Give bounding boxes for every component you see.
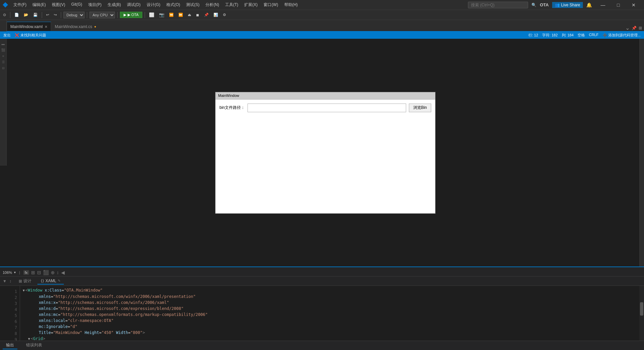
menu-build[interactable]: 生成(B): [105, 1, 124, 8]
design-tab-design[interactable]: ⊞ 设计: [15, 278, 35, 285]
tb-undo[interactable]: ↩: [44, 12, 51, 18]
code-line-1: ▼<Window x:Class="OTA.MainWindow": [23, 287, 637, 294]
activity-item3[interactable]: ≡: [1, 53, 6, 59]
zoom-dropdown-icon[interactable]: ▾: [14, 271, 16, 274]
window-controls: — □ ✕: [595, 0, 641, 10]
code-line-6: xmlns:local="clr-namespace:OTA": [23, 318, 637, 324]
status-errors[interactable]: ❌ 未找到相关问题: [15, 33, 46, 38]
tb-sep2: [42, 12, 42, 18]
zoom-expand-icon[interactable]: ↕: [57, 270, 59, 275]
maximize-button[interactable]: □: [611, 0, 626, 10]
tb-icon4[interactable]: ⏩: [177, 12, 185, 18]
tb-open[interactable]: 📂: [22, 12, 30, 18]
menu-design[interactable]: 设计(G): [144, 1, 163, 8]
zoom-grid3-icon[interactable]: ⬛: [43, 270, 49, 275]
tb-icon3[interactable]: ⏪: [167, 12, 175, 18]
gutter-content: 1 2 3 4 5 6 7 8 9 10 11 12 13 14: [0, 287, 17, 341]
tb-icon7[interactable]: 📌: [202, 12, 210, 18]
status-encoding: CRLF: [589, 33, 599, 38]
title-search-input[interactable]: [468, 2, 528, 8]
tab-mainwindow-xaml[interactable]: MainWindow.xaml ×: [7, 22, 51, 31]
zoom-grid2-icon[interactable]: ⊟: [37, 270, 41, 275]
preview-textbox[interactable]: [248, 104, 406, 112]
tab-mainwindow-cs[interactable]: MainWindow.xaml.cs ●: [51, 22, 100, 31]
close-button[interactable]: ✕: [626, 0, 641, 10]
menu-extensions[interactable]: 扩展(X): [241, 1, 260, 8]
tab-pin-icon[interactable]: 📌: [632, 26, 637, 30]
tb-icon2[interactable]: 📷: [157, 11, 166, 18]
scroll-thumb[interactable]: [640, 302, 643, 316]
minimize-button[interactable]: —: [595, 0, 611, 10]
zoom-sep: |: [19, 271, 20, 275]
tb-icon8[interactable]: 📊: [212, 12, 220, 18]
output-tab-output[interactable]: 输出: [3, 342, 17, 349]
live-share-button[interactable]: 👥 Live Share: [552, 2, 583, 8]
notifications-icon[interactable]: 🔔: [586, 2, 592, 8]
menu-git[interactable]: Git(G): [68, 1, 85, 8]
zoom-level[interactable]: 106%: [3, 271, 12, 275]
debug-config-select[interactable]: Debug: [63, 12, 85, 18]
tb-icon6[interactable]: ⏹: [194, 12, 201, 18]
fx-icon[interactable]: fx: [23, 270, 29, 275]
menu-view[interactable]: 视图(V): [49, 1, 68, 8]
expand-arrow-9[interactable]: ▼: [28, 337, 30, 341]
tb-sep3: [61, 12, 61, 18]
platform-select[interactable]: Any CPU: [90, 12, 115, 18]
tb-sep5: [117, 12, 118, 18]
menu-analyze[interactable]: 分析(N): [203, 1, 222, 8]
tb-save-all[interactable]: 💾: [31, 12, 39, 18]
tb-new-file[interactable]: 📄: [13, 12, 21, 18]
preview-row: bin文件路径： 浏览Bin: [219, 104, 431, 112]
run-button[interactable]: ▶ ▶ OTA: [120, 12, 142, 18]
zoom-grid1-icon[interactable]: ⊞: [31, 270, 35, 275]
zoom-bar: 106% ▾ | fx ⊞ ⊟ ⬛ ⊕ ↕ ◀: [0, 269, 644, 277]
menu-edit[interactable]: 编辑(E): [30, 1, 48, 8]
status-add-source[interactable]: ➕ 添加到源代码管理...: [603, 33, 641, 38]
preview-titlebar: MainWindow: [215, 92, 435, 100]
menu-test[interactable]: 测试(S): [183, 1, 202, 8]
line-num-8: 8: [0, 331, 17, 337]
output-tab-errors[interactable]: 错误列表: [23, 342, 45, 349]
design-tabs-icon[interactable]: ↕: [9, 279, 11, 284]
search-icon: 🔍: [531, 3, 536, 7]
design-tab-xaml[interactable]: ⟨⟩ XAML ✎: [37, 278, 64, 285]
tab-close-xaml[interactable]: ×: [45, 24, 47, 29]
activity-server-explorer[interactable]: ▐: [1, 41, 6, 47]
activity-item5[interactable]: ⊟: [1, 65, 6, 71]
menu-format[interactable]: 格式(O): [164, 1, 183, 8]
code-line-2: xmlns="http://schemas.microsoft.com/winf…: [23, 294, 637, 300]
menu-help[interactable]: 帮助(H): [282, 1, 301, 8]
line-num-6: 6: [0, 319, 17, 325]
preview-title: MainWindow: [218, 94, 239, 98]
zoom-shrink-icon[interactable]: ◀: [61, 270, 65, 275]
tab-dropdown-icon[interactable]: ⌄: [625, 25, 630, 31]
tb-icon5[interactable]: ⏏: [186, 12, 193, 18]
xaml-tab-edit-icon[interactable]: ✎: [58, 279, 60, 283]
menu-debug[interactable]: 调试(D): [124, 1, 143, 8]
menu-tools[interactable]: 工具(T): [222, 1, 241, 8]
editor-scrollbar[interactable]: [639, 39, 644, 267]
status-bar-right: 行: 12 字符: 182 列: 184 空格 CRLF ➕ 添加到源代码管理.…: [528, 33, 641, 38]
tab-layout-icon[interactable]: ⊞: [639, 26, 642, 30]
preview-browse-button[interactable]: 浏览Bin: [409, 104, 431, 112]
tb-back-btn[interactable]: ⊙: [1, 12, 8, 18]
line-numbers: 1 2 3 4 5 6 7 8 9 10 11 12 13 14: [0, 286, 20, 341]
code-scrollbar[interactable]: [639, 286, 644, 341]
menu-window[interactable]: 窗口(W): [261, 1, 281, 8]
activity-toolbox[interactable]: ⬛: [1, 47, 6, 53]
tb-redo[interactable]: ↪: [52, 12, 58, 18]
menu-project[interactable]: 项目(P): [86, 1, 104, 8]
preview-label: bin文件路径：: [219, 105, 245, 111]
left-activity-bar: ▐ ⬛ ≡ ☰ ⊟: [0, 39, 7, 166]
tb-icon1[interactable]: ⬜: [147, 11, 156, 18]
status-branch[interactable]: 发出: [3, 33, 11, 38]
zoom-fit-icon[interactable]: ⊕: [51, 270, 55, 275]
project-name: OTA: [540, 2, 548, 7]
tb-icon9[interactable]: ⚙: [221, 12, 228, 18]
code-text[interactable]: ▼<Window x:Class="OTA.MainWindow" xmlns=…: [20, 286, 639, 341]
design-tabs-toggle[interactable]: ▼: [3, 279, 7, 284]
activity-item4[interactable]: ☰: [1, 59, 6, 65]
bottom-panel: 106% ▾ | fx ⊞ ⊟ ⬛ ⊕ ↕ ◀ ▼ ↕ ⊞ 设计 ⟨⟩ XAML…: [0, 267, 644, 350]
menu-file[interactable]: 文件(F): [11, 1, 29, 8]
expand-arrow-1[interactable]: ▼: [23, 289, 25, 292]
